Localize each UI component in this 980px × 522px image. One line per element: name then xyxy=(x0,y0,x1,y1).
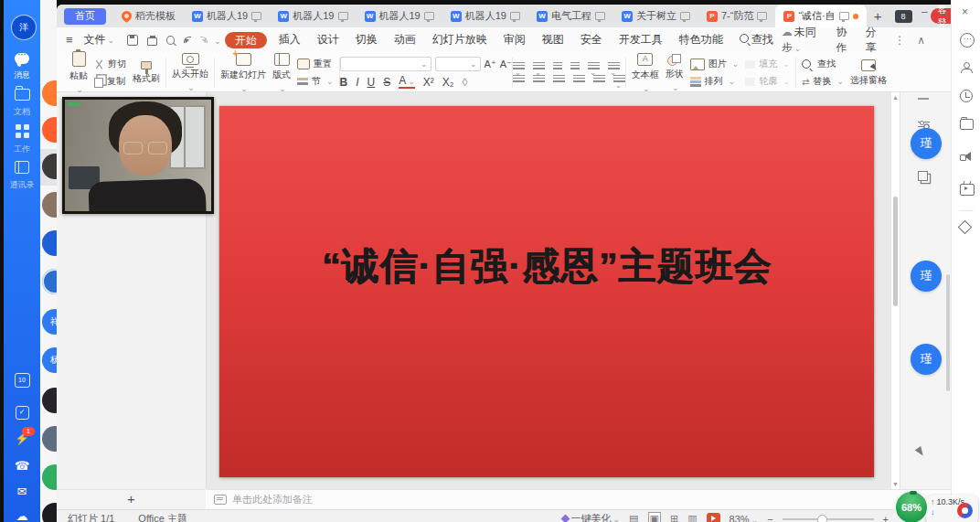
shapes-button[interactable]: 形状 xyxy=(666,54,684,92)
menu-tab-design[interactable]: 设计 xyxy=(309,32,347,48)
menu-tab-start[interactable]: 开始 xyxy=(225,32,267,48)
apps-cube-icon[interactable] xyxy=(958,220,973,235)
menu-file[interactable]: 文件 xyxy=(76,32,123,48)
zoom-slider[interactable] xyxy=(783,518,874,520)
font-family-select[interactable] xyxy=(340,57,431,71)
slide-1[interactable]: “诚信·自强·感恩”主题班会 xyxy=(219,106,874,477)
view-notes-toggle[interactable]: ▤ xyxy=(629,513,638,522)
replace-button[interactable]: ⇄替换 xyxy=(802,75,844,88)
member-avatar-float[interactable]: 瑾 xyxy=(911,261,942,292)
vertical-scrollbar[interactable]: ▲ ▼ xyxy=(891,94,900,487)
monitor-app-icon[interactable] xyxy=(957,503,973,518)
redo-icon[interactable] xyxy=(200,37,208,43)
profile-avatar[interactable]: 洋 xyxy=(11,15,37,40)
align-right-icon[interactable] xyxy=(553,75,565,83)
member-avatar-float[interactable]: 瑾 xyxy=(911,344,942,375)
bold-button[interactable]: B xyxy=(340,76,348,89)
tab-docer-templates[interactable]: 稻壳模板 xyxy=(113,5,184,27)
layout-button[interactable]: 版式 xyxy=(272,53,291,93)
decrease-font-button[interactable]: A⁻ xyxy=(500,59,512,70)
numbered-list-icon[interactable] xyxy=(533,62,545,70)
copy-button[interactable]: 复制 xyxy=(94,75,126,88)
tab-ppt-fangfan[interactable]: 7-“防范 xyxy=(698,5,775,27)
tab-doc-establish[interactable]: 关于树立 xyxy=(613,5,698,27)
menu-tab-features[interactable]: 特色功能 xyxy=(671,32,731,48)
collaborate-button[interactable]: 协作 xyxy=(836,25,854,56)
phone-icon[interactable]: ☎ xyxy=(4,459,40,473)
arrange-button[interactable]: 排列 xyxy=(690,75,740,88)
find-button[interactable]: 查找 xyxy=(802,58,844,70)
battery-widget[interactable]: 68% xyxy=(894,490,929,522)
bullet-list-icon[interactable] xyxy=(513,62,525,70)
more-circle-icon[interactable]: ⋯ xyxy=(960,33,975,48)
justify-icon[interactable] xyxy=(573,75,585,83)
beautify-button[interactable]: 一键美化 xyxy=(562,512,621,522)
reset-button[interactable]: 重置 xyxy=(297,58,334,70)
quickbar-more-icon[interactable] xyxy=(212,34,221,47)
tab-doc-robot-4[interactable]: 机器人19 xyxy=(442,5,528,27)
view-reading-button[interactable]: ▥ xyxy=(687,513,697,522)
tab-home[interactable]: 首页 xyxy=(64,8,106,25)
cut-button[interactable]: 剪切 xyxy=(94,58,126,70)
cursor-tool-icon[interactable] xyxy=(915,446,929,461)
decrease-indent-icon[interactable] xyxy=(553,62,562,70)
webcam-overlay[interactable] xyxy=(62,97,214,214)
print-icon[interactable] xyxy=(147,37,158,46)
print-preview-icon[interactable] xyxy=(166,36,175,45)
mail-icon[interactable]: ✉ xyxy=(4,485,40,498)
italic-button[interactable]: I xyxy=(356,76,358,89)
menu-tab-slideshow[interactable]: 幻灯片放映 xyxy=(424,32,495,48)
text-direction-icon[interactable] xyxy=(588,62,600,70)
todo-icon[interactable]: ✓ xyxy=(4,406,40,420)
paste-button[interactable]: 粘贴 xyxy=(69,51,88,94)
member-avatar-float[interactable]: 瑾 xyxy=(911,128,942,159)
increase-indent-icon[interactable] xyxy=(570,62,580,70)
sidebar-item-work[interactable]: 工作 xyxy=(4,124,40,155)
selection-pane-button[interactable]: 选择窗格 xyxy=(850,59,887,87)
hamburger-icon[interactable]: ≡ xyxy=(66,33,73,47)
add-slide-button[interactable]: + xyxy=(127,491,135,506)
menu-tab-animation[interactable]: 动画 xyxy=(386,32,424,48)
save-icon[interactable] xyxy=(127,35,138,46)
notes-bar[interactable]: 单击此处添加备注 xyxy=(207,489,951,509)
tab-doc-robot-3[interactable]: 机器人19 xyxy=(357,5,442,27)
zoom-slider-thumb[interactable] xyxy=(817,515,827,522)
announcement-megaphone-icon[interactable] xyxy=(960,152,973,163)
cloud-icon[interactable]: ☁ xyxy=(4,509,40,522)
align-center-icon[interactable] xyxy=(533,75,545,83)
menu-tab-view[interactable]: 视图 xyxy=(534,32,572,48)
tab-doc-robot-1[interactable]: 机器人19 xyxy=(184,5,270,27)
distribute-icon[interactable] xyxy=(593,75,605,83)
slide-title[interactable]: “诚信·自强·感恩”主题班会 xyxy=(219,241,874,292)
section-button[interactable]: 节 xyxy=(297,75,334,88)
superscript-button[interactable]: X² xyxy=(423,76,434,89)
add-contact-icon[interactable] xyxy=(960,62,973,73)
zoom-level[interactable]: 83% xyxy=(730,514,759,522)
minimize-button[interactable]: – xyxy=(921,5,928,18)
line-spacing-icon[interactable] xyxy=(608,62,620,70)
format-painter-button[interactable]: 格式刷 xyxy=(133,61,160,85)
underline-button[interactable]: U xyxy=(368,76,376,89)
zoom-in-button[interactable]: + xyxy=(883,514,889,522)
strikethrough-button[interactable]: S xyxy=(383,76,390,89)
subscript-button[interactable]: X₂ xyxy=(442,76,454,89)
menu-tab-insert[interactable]: 插入 xyxy=(271,32,309,48)
picture-button[interactable]: 图片 xyxy=(690,58,740,70)
more-menu-icon[interactable]: ⋮ xyxy=(894,34,905,47)
share-button[interactable]: 分享 xyxy=(865,25,882,56)
sidebar-item-messages[interactable]: 消息 xyxy=(4,51,40,81)
align-left-icon[interactable] xyxy=(513,75,525,83)
view-normal-button[interactable]: ▣ xyxy=(648,512,661,522)
undo-icon[interactable] xyxy=(184,37,191,43)
close-button[interactable]: × xyxy=(962,5,968,18)
font-size-select[interactable] xyxy=(435,57,481,71)
collapse-panel-icon[interactable] xyxy=(918,98,929,100)
live-tv-icon[interactable] xyxy=(960,184,975,196)
chat-scrollbar[interactable] xyxy=(946,274,950,391)
increase-font-button[interactable]: A⁺ xyxy=(485,59,496,70)
font-color-button[interactable]: A xyxy=(399,76,415,89)
sidebar-item-contacts[interactable]: 通讯录 xyxy=(4,161,40,191)
view-sorter-button[interactable]: ⊞ xyxy=(670,513,678,522)
tab-doc-electrical[interactable]: 电气工程 xyxy=(528,5,613,27)
calendar-icon[interactable]: 10 xyxy=(4,373,40,388)
